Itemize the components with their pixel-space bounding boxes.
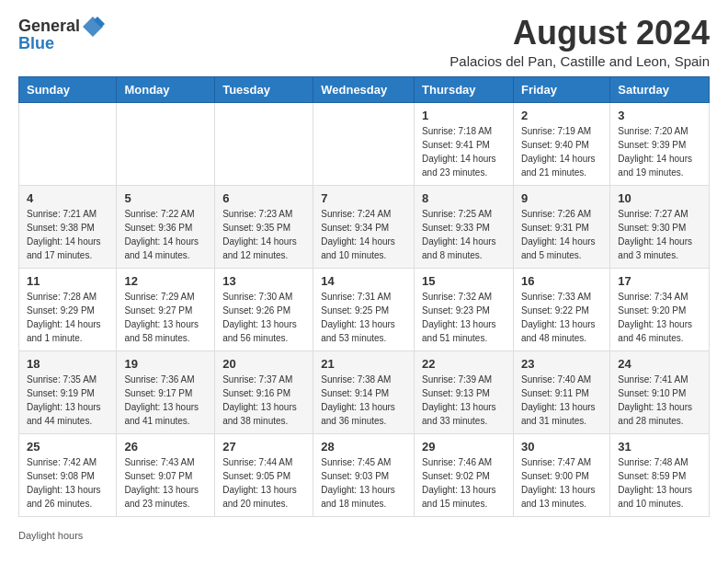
- day-number: 30: [521, 440, 602, 454]
- day-number: 10: [618, 191, 701, 205]
- day-number: 12: [124, 274, 207, 288]
- calendar-header-row: SundayMondayTuesdayWednesdayThursdayFrid…: [19, 76, 710, 102]
- calendar-day-header: Wednesday: [313, 76, 415, 102]
- day-info: Sunrise: 7:20 AMSunset: 9:39 PMDaylight:…: [618, 124, 701, 179]
- day-number: 6: [222, 191, 305, 205]
- day-number: 11: [27, 274, 108, 288]
- calendar-cell: 27Sunrise: 7:44 AMSunset: 9:05 PMDayligh…: [215, 433, 313, 516]
- calendar-cell: 19Sunrise: 7:36 AMSunset: 9:17 PMDayligh…: [117, 350, 215, 433]
- day-number: 28: [321, 440, 406, 454]
- day-info: Sunrise: 7:46 AMSunset: 9:02 PMDaylight:…: [422, 455, 506, 511]
- day-number: 18: [27, 357, 108, 371]
- day-number: 25: [27, 440, 108, 454]
- day-number: 21: [321, 357, 406, 371]
- calendar-cell: 6Sunrise: 7:23 AMSunset: 9:35 PMDaylight…: [215, 185, 313, 268]
- day-number: 2: [521, 109, 602, 122]
- calendar-cell: 11Sunrise: 7:28 AMSunset: 9:29 PMDayligh…: [19, 268, 117, 350]
- calendar-cell: [313, 102, 415, 185]
- calendar-wrapper: SundayMondayTuesdayWednesdayThursdayFrid…: [0, 76, 728, 524]
- calendar-cell: 9Sunrise: 7:26 AMSunset: 9:31 PMDaylight…: [513, 185, 609, 268]
- day-info: Sunrise: 7:27 AMSunset: 9:30 PMDaylight:…: [618, 207, 701, 262]
- day-info: Sunrise: 7:28 AMSunset: 9:29 PMDaylight:…: [27, 290, 108, 345]
- day-info: Sunrise: 7:32 AMSunset: 9:23 PMDaylight:…: [422, 290, 506, 345]
- logo: General Blue: [18, 15, 106, 53]
- calendar-cell: 4Sunrise: 7:21 AMSunset: 9:38 PMDaylight…: [19, 185, 117, 268]
- day-info: Sunrise: 7:36 AMSunset: 9:17 PMDaylight:…: [124, 373, 207, 428]
- day-info: Sunrise: 7:34 AMSunset: 9:20 PMDaylight:…: [618, 290, 701, 345]
- calendar-cell: 10Sunrise: 7:27 AMSunset: 9:30 PMDayligh…: [610, 185, 710, 268]
- calendar-day-header: Saturday: [610, 76, 710, 102]
- calendar-week-row: 11Sunrise: 7:28 AMSunset: 9:29 PMDayligh…: [19, 268, 710, 350]
- calendar-cell: 13Sunrise: 7:30 AMSunset: 9:26 PMDayligh…: [215, 268, 313, 350]
- day-number: 17: [618, 274, 701, 288]
- day-info: Sunrise: 7:29 AMSunset: 9:27 PMDaylight:…: [124, 290, 207, 345]
- day-number: 29: [422, 440, 506, 454]
- calendar-cell: 3Sunrise: 7:20 AMSunset: 9:39 PMDaylight…: [610, 102, 710, 185]
- day-info: Sunrise: 7:30 AMSunset: 9:26 PMDaylight:…: [222, 290, 305, 345]
- day-info: Sunrise: 7:44 AMSunset: 9:05 PMDaylight:…: [222, 455, 305, 511]
- calendar-week-row: 18Sunrise: 7:35 AMSunset: 9:19 PMDayligh…: [19, 350, 710, 433]
- day-number: 31: [618, 440, 701, 454]
- day-number: 24: [618, 357, 701, 371]
- calendar-day-header: Sunday: [19, 76, 117, 102]
- day-info: Sunrise: 7:22 AMSunset: 9:36 PMDaylight:…: [124, 207, 207, 262]
- calendar-day-header: Monday: [117, 76, 215, 102]
- day-number: 19: [124, 357, 207, 371]
- day-number: 13: [222, 274, 305, 288]
- calendar-cell: 18Sunrise: 7:35 AMSunset: 9:19 PMDayligh…: [19, 350, 117, 433]
- calendar-cell: 21Sunrise: 7:38 AMSunset: 9:14 PMDayligh…: [313, 350, 415, 433]
- calendar-cell: [215, 102, 313, 185]
- calendar-day-header: Friday: [513, 76, 609, 102]
- logo-general: General: [18, 17, 80, 36]
- logo-icon: [81, 15, 105, 39]
- day-number: 22: [422, 357, 506, 371]
- day-info: Sunrise: 7:37 AMSunset: 9:16 PMDaylight:…: [222, 373, 305, 428]
- location-subtitle: Palacios del Pan, Castille and Leon, Spa…: [449, 53, 710, 69]
- calendar-cell: 8Sunrise: 7:25 AMSunset: 9:33 PMDaylight…: [415, 185, 514, 268]
- calendar-week-row: 4Sunrise: 7:21 AMSunset: 9:38 PMDaylight…: [19, 185, 710, 268]
- calendar-cell: 22Sunrise: 7:39 AMSunset: 9:13 PMDayligh…: [415, 350, 514, 433]
- calendar-cell: [117, 102, 215, 185]
- day-info: Sunrise: 7:26 AMSunset: 9:31 PMDaylight:…: [521, 207, 602, 262]
- calendar-cell: 31Sunrise: 7:48 AMSunset: 8:59 PMDayligh…: [610, 433, 710, 516]
- day-info: Sunrise: 7:38 AMSunset: 9:14 PMDaylight:…: [321, 373, 406, 428]
- calendar-cell: 17Sunrise: 7:34 AMSunset: 9:20 PMDayligh…: [610, 268, 710, 350]
- calendar-cell: 24Sunrise: 7:41 AMSunset: 9:10 PMDayligh…: [610, 350, 710, 433]
- day-number: 14: [321, 274, 406, 288]
- calendar-cell: 29Sunrise: 7:46 AMSunset: 9:02 PMDayligh…: [415, 433, 514, 516]
- day-number: 27: [222, 440, 305, 454]
- calendar-cell: 25Sunrise: 7:42 AMSunset: 9:08 PMDayligh…: [19, 433, 117, 516]
- day-info: Sunrise: 7:31 AMSunset: 9:25 PMDaylight:…: [321, 290, 406, 345]
- logo-text: General Blue: [18, 15, 106, 53]
- calendar-cell: 12Sunrise: 7:29 AMSunset: 9:27 PMDayligh…: [117, 268, 215, 350]
- day-info: Sunrise: 7:42 AMSunset: 9:08 PMDaylight:…: [27, 455, 108, 511]
- footer-text: Daylight hours: [18, 530, 83, 541]
- day-info: Sunrise: 7:39 AMSunset: 9:13 PMDaylight:…: [422, 373, 506, 428]
- day-number: 1: [422, 109, 506, 122]
- day-info: Sunrise: 7:40 AMSunset: 9:11 PMDaylight:…: [521, 373, 602, 428]
- calendar-cell: 16Sunrise: 7:33 AMSunset: 9:22 PMDayligh…: [513, 268, 609, 350]
- day-number: 8: [422, 191, 506, 205]
- day-info: Sunrise: 7:43 AMSunset: 9:07 PMDaylight:…: [124, 455, 207, 511]
- calendar-cell: [19, 102, 117, 185]
- day-info: Sunrise: 7:23 AMSunset: 9:35 PMDaylight:…: [222, 207, 305, 262]
- page-container: General Blue August 2024 Palacios del Pa…: [0, 0, 728, 546]
- day-info: Sunrise: 7:21 AMSunset: 9:38 PMDaylight:…: [27, 207, 108, 262]
- calendar-cell: 2Sunrise: 7:19 AMSunset: 9:40 PMDaylight…: [513, 102, 609, 185]
- calendar-table: SundayMondayTuesdayWednesdayThursdayFrid…: [18, 76, 710, 517]
- day-info: Sunrise: 7:25 AMSunset: 9:33 PMDaylight:…: [422, 207, 506, 262]
- day-number: 23: [521, 357, 602, 371]
- day-info: Sunrise: 7:41 AMSunset: 9:10 PMDaylight:…: [618, 373, 701, 428]
- day-info: Sunrise: 7:45 AMSunset: 9:03 PMDaylight:…: [321, 455, 406, 511]
- calendar-cell: 7Sunrise: 7:24 AMSunset: 9:34 PMDaylight…: [313, 185, 415, 268]
- day-info: Sunrise: 7:24 AMSunset: 9:34 PMDaylight:…: [321, 207, 406, 262]
- day-info: Sunrise: 7:18 AMSunset: 9:41 PMDaylight:…: [422, 124, 506, 179]
- day-info: Sunrise: 7:19 AMSunset: 9:40 PMDaylight:…: [521, 124, 602, 179]
- calendar-week-row: 25Sunrise: 7:42 AMSunset: 9:08 PMDayligh…: [19, 433, 710, 516]
- day-number: 3: [618, 109, 701, 122]
- calendar-cell: 20Sunrise: 7:37 AMSunset: 9:16 PMDayligh…: [215, 350, 313, 433]
- day-number: 20: [222, 357, 305, 371]
- calendar-day-header: Thursday: [415, 76, 514, 102]
- calendar-cell: 28Sunrise: 7:45 AMSunset: 9:03 PMDayligh…: [313, 433, 415, 516]
- day-number: 15: [422, 274, 506, 288]
